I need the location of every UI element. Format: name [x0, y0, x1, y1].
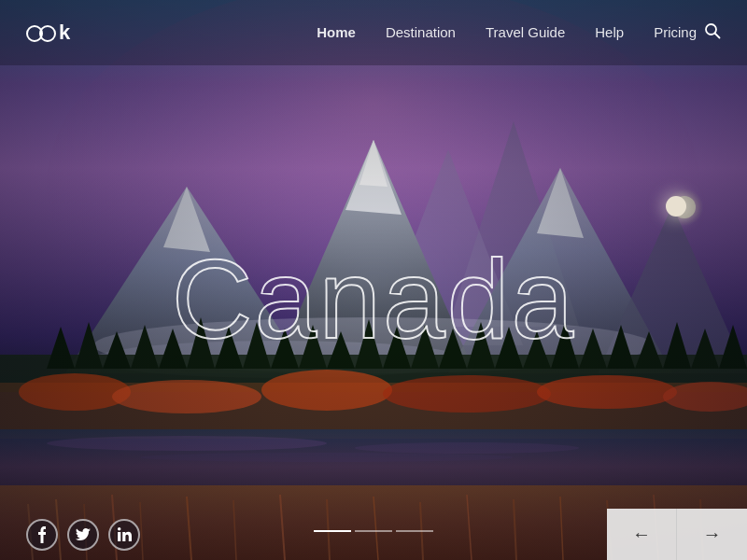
nav-link-travel-guide[interactable]: Travel Guide [486, 24, 565, 40]
slide-dot-3[interactable] [396, 530, 433, 532]
twitter-button[interactable] [67, 519, 99, 551]
slide-dot-2[interactable] [355, 530, 392, 532]
facebook-button[interactable] [26, 519, 58, 551]
nav-item-help[interactable]: Help [595, 24, 624, 41]
social-icons [26, 519, 140, 551]
nav-item-travel-guide[interactable]: Travel Guide [486, 24, 565, 41]
moon [666, 196, 686, 217]
next-arrow-button[interactable]: → [677, 509, 747, 560]
nav-links: Home Destination Travel Guide Help Prici… [317, 24, 697, 41]
linkedin-button[interactable] [108, 519, 140, 551]
search-icon[interactable] [704, 22, 721, 44]
logo-text: k [59, 21, 69, 44]
logo-circle2 [39, 25, 56, 42]
nav-item-pricing[interactable]: Pricing [654, 24, 697, 41]
main-nav: k Home Destination Travel Guide Help Pri… [0, 0, 747, 65]
nav-link-destination[interactable]: Destination [386, 24, 456, 40]
nav-link-help[interactable]: Help [595, 24, 624, 40]
nav-item-destination[interactable]: Destination [386, 24, 456, 41]
svg-line-73 [715, 33, 720, 37]
hero-title: Canada [172, 243, 575, 355]
nav-link-home[interactable]: Home [317, 24, 356, 40]
slide-dot-1[interactable] [314, 530, 351, 532]
logo[interactable]: k [26, 21, 69, 45]
nav-link-pricing[interactable]: Pricing [654, 24, 697, 40]
nav-item-home[interactable]: Home [317, 24, 356, 41]
slide-indicator [314, 530, 433, 532]
prev-arrow-button[interactable]: ← [607, 509, 677, 560]
nav-arrows: ← → [607, 509, 747, 560]
